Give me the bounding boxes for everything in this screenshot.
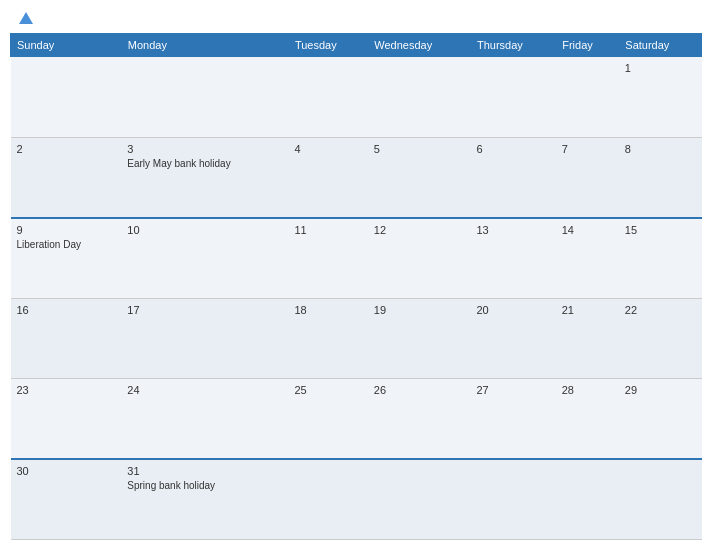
calendar-cell: 12 — [368, 218, 471, 299]
day-number: 23 — [17, 384, 116, 396]
calendar-table: SundayMondayTuesdayWednesdayThursdayFrid… — [10, 33, 702, 540]
calendar-cell: 8 — [619, 137, 702, 218]
week-row-4: 23242526272829 — [11, 379, 702, 460]
holiday-label: Spring bank holiday — [127, 479, 282, 492]
calendar-cell: 23 — [11, 379, 122, 460]
day-number: 30 — [17, 465, 116, 477]
holiday-label: Early May bank holiday — [127, 157, 282, 170]
day-number: 10 — [127, 224, 282, 236]
calendar-cell: 18 — [288, 298, 367, 379]
calendar-cell — [121, 57, 288, 138]
day-number: 7 — [562, 143, 613, 155]
calendar-cell — [556, 459, 619, 540]
calendar-cell — [288, 459, 367, 540]
day-number: 18 — [294, 304, 361, 316]
calendar-cell — [368, 459, 471, 540]
day-number: 24 — [127, 384, 282, 396]
calendar-cell: 21 — [556, 298, 619, 379]
day-number: 12 — [374, 224, 465, 236]
day-number: 31 — [127, 465, 282, 477]
logo-general-text — [16, 12, 33, 25]
day-number: 20 — [476, 304, 549, 316]
day-header-sunday: Sunday — [11, 34, 122, 57]
calendar-cell: 6 — [470, 137, 555, 218]
calendar-cell: 7 — [556, 137, 619, 218]
day-number: 26 — [374, 384, 465, 396]
day-number: 19 — [374, 304, 465, 316]
holiday-label: Liberation Day — [17, 238, 116, 251]
calendar-cell: 30 — [11, 459, 122, 540]
day-header-saturday: Saturday — [619, 34, 702, 57]
day-number: 9 — [17, 224, 116, 236]
calendar-cell — [368, 57, 471, 138]
day-headers-row: SundayMondayTuesdayWednesdayThursdayFrid… — [11, 34, 702, 57]
calendar-cell: 20 — [470, 298, 555, 379]
calendar-cell: 26 — [368, 379, 471, 460]
week-row-5: 3031Spring bank holiday — [11, 459, 702, 540]
day-number: 5 — [374, 143, 465, 155]
day-number: 17 — [127, 304, 282, 316]
calendar-cell: 5 — [368, 137, 471, 218]
calendar-cell: 24 — [121, 379, 288, 460]
day-number: 2 — [17, 143, 116, 155]
calendar-cell: 15 — [619, 218, 702, 299]
week-row-1: 23Early May bank holiday45678 — [11, 137, 702, 218]
calendar-cell: 31Spring bank holiday — [121, 459, 288, 540]
day-number: 15 — [625, 224, 696, 236]
day-number: 4 — [294, 143, 361, 155]
calendar-cell — [288, 57, 367, 138]
day-header-friday: Friday — [556, 34, 619, 57]
calendar-cell: 14 — [556, 218, 619, 299]
day-number: 1 — [625, 62, 696, 74]
calendar-cell: 28 — [556, 379, 619, 460]
calendar-cell: 9Liberation Day — [11, 218, 122, 299]
logo-triangle-icon — [19, 12, 33, 24]
week-row-0: 1 — [11, 57, 702, 138]
day-number: 11 — [294, 224, 361, 236]
calendar-cell: 19 — [368, 298, 471, 379]
calendar-cell: 4 — [288, 137, 367, 218]
calendar-cell — [556, 57, 619, 138]
calendar-cell: 3Early May bank holiday — [121, 137, 288, 218]
calendar-cell: 11 — [288, 218, 367, 299]
calendar-cell: 13 — [470, 218, 555, 299]
day-number: 22 — [625, 304, 696, 316]
calendar-cell: 16 — [11, 298, 122, 379]
day-number: 13 — [476, 224, 549, 236]
day-number: 29 — [625, 384, 696, 396]
calendar-cell — [470, 459, 555, 540]
week-row-3: 16171819202122 — [11, 298, 702, 379]
calendar-cell: 22 — [619, 298, 702, 379]
calendar-cell: 17 — [121, 298, 288, 379]
calendar-header — [0, 0, 712, 33]
calendar-cell: 10 — [121, 218, 288, 299]
day-number: 28 — [562, 384, 613, 396]
day-number: 16 — [17, 304, 116, 316]
day-number: 25 — [294, 384, 361, 396]
calendar-cell: 25 — [288, 379, 367, 460]
day-number: 27 — [476, 384, 549, 396]
calendar-cell: 27 — [470, 379, 555, 460]
day-number: 3 — [127, 143, 282, 155]
week-row-2: 9Liberation Day101112131415 — [11, 218, 702, 299]
calendar-cell — [11, 57, 122, 138]
calendar-cell: 2 — [11, 137, 122, 218]
day-number: 6 — [476, 143, 549, 155]
calendar-cell — [470, 57, 555, 138]
day-number: 8 — [625, 143, 696, 155]
day-header-wednesday: Wednesday — [368, 34, 471, 57]
calendar-cell — [619, 459, 702, 540]
logo — [16, 12, 33, 25]
day-header-monday: Monday — [121, 34, 288, 57]
day-header-thursday: Thursday — [470, 34, 555, 57]
day-number: 21 — [562, 304, 613, 316]
day-header-tuesday: Tuesday — [288, 34, 367, 57]
calendar-cell: 1 — [619, 57, 702, 138]
day-number: 14 — [562, 224, 613, 236]
calendar-wrapper: SundayMondayTuesdayWednesdayThursdayFrid… — [0, 33, 712, 550]
calendar-cell: 29 — [619, 379, 702, 460]
